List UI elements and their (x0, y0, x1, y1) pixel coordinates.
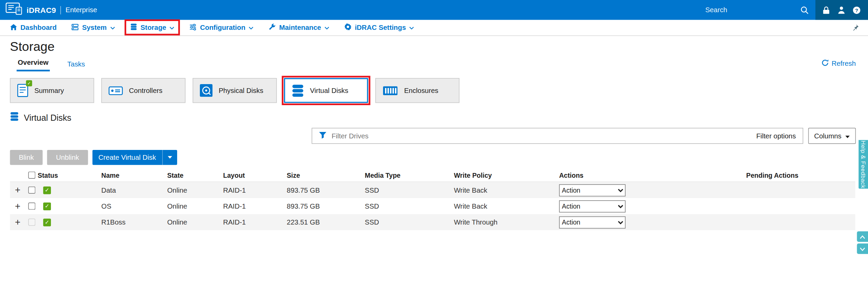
chevron-down-icon (845, 132, 850, 140)
nav-item-label: Storage (140, 24, 166, 32)
gear-icon (344, 23, 352, 32)
tile-enclosures[interactable]: Enclosures (375, 78, 459, 103)
filter-options-link[interactable]: Filter options (756, 132, 796, 140)
search-icon[interactable] (800, 6, 809, 14)
scroll-down-button[interactable] (857, 244, 868, 254)
nav-item-storage[interactable]: Storage (130, 23, 174, 32)
chevron-down-icon (324, 24, 329, 32)
status-ok-icon: ✓ (43, 202, 51, 210)
nav-item-dashboard[interactable]: Dashboard (10, 23, 57, 32)
page-title: Storage (10, 39, 868, 54)
sliders-icon (189, 23, 196, 32)
status-ok-icon: ✓ (43, 186, 51, 194)
row-action-select[interactable]: Action (559, 184, 626, 196)
header-icon-bar: ? (815, 0, 868, 20)
vd-media-type: SSD (365, 186, 454, 194)
vd-media-type: SSD (365, 218, 454, 226)
help-icon[interactable]: ? (852, 6, 861, 14)
vd-write-policy: Write Back (454, 202, 559, 210)
create-virtual-disk-label: Create Virtual Disk (92, 154, 162, 161)
scroll-up-button[interactable] (857, 231, 868, 242)
vd-size: 893.75 GB (287, 202, 365, 210)
row-checkbox (28, 218, 35, 226)
app-header: iDRAC9 Enterprise ? (0, 0, 868, 20)
chevron-down-icon (170, 24, 175, 32)
filter-box: Filter options (312, 128, 803, 144)
col-header-media-type: Media Type (365, 171, 454, 179)
filter-funnel-icon (319, 131, 327, 141)
nav-item-label: Maintenance (279, 24, 321, 32)
table-header-row: Status Name State Layout Size Media Type… (10, 169, 855, 182)
expand-row-button[interactable]: + (15, 201, 20, 211)
refresh-icon (822, 59, 829, 68)
nav-item-idrac-settings[interactable]: iDRAC Settings (344, 23, 414, 32)
virtual-disks-icon (10, 112, 19, 123)
tile-label: Enclosures (404, 86, 438, 94)
vd-state: Online (167, 218, 223, 226)
vd-name: R1Boss (101, 218, 167, 226)
columns-dropdown-button[interactable]: Columns (808, 128, 856, 144)
table-row: + ✓ R1Boss Online RAID-1 223.51 GB SSD W… (10, 214, 855, 230)
main-nav: Dashboard System Storage Configuration M… (0, 20, 868, 36)
col-header-name: Name (101, 171, 167, 179)
vd-action-buttons: Blink Unblink Create Virtual Disk (10, 150, 868, 165)
pin-icon[interactable] (851, 24, 859, 32)
wrench-icon (269, 23, 276, 32)
vd-layout: RAID-1 (223, 202, 287, 210)
controllers-icon (109, 85, 123, 96)
nav-item-configuration[interactable]: Configuration (189, 23, 253, 32)
summary-ok-badge-icon: ✓ (26, 80, 32, 86)
tile-virtual-disks[interactable]: Virtual Disks (284, 78, 368, 103)
storage-tiles: ✓ Summary Controllers Physical Disks (10, 78, 868, 103)
tile-physical-disks[interactable]: Physical Disks (193, 78, 277, 103)
tile-summary[interactable]: ✓ Summary (10, 78, 94, 103)
tab-tasks[interactable]: Tasks (66, 57, 86, 71)
idrac-window: iDRAC9 Enterprise ? Dashboard (0, 0, 868, 289)
vd-write-policy: Write Through (454, 218, 559, 226)
expand-row-button[interactable]: + (15, 217, 20, 227)
unblink-button[interactable]: Unblink (47, 150, 88, 165)
help-feedback-tab[interactable]: Help & Feedback (858, 140, 868, 189)
expand-row-button[interactable]: + (15, 186, 20, 195)
col-header-state: State (167, 171, 223, 179)
chevron-down-icon (249, 24, 254, 32)
status-ok-icon: ✓ (43, 218, 51, 226)
search-input[interactable] (705, 6, 796, 14)
row-action-select[interactable]: Action (559, 216, 626, 228)
enclosures-icon (382, 85, 398, 95)
chevron-down-icon (162, 150, 177, 165)
tile-controllers[interactable]: Controllers (101, 78, 186, 103)
product-edition: Enterprise (65, 6, 97, 14)
filter-row: Filter options Columns (10, 128, 868, 144)
nav-item-label: Dashboard (20, 24, 57, 32)
filter-drives-input[interactable] (332, 132, 751, 140)
chevron-up-icon (860, 232, 865, 240)
chevron-down-icon (860, 245, 865, 253)
nav-item-system[interactable]: System (72, 23, 115, 32)
vd-layout: RAID-1 (223, 186, 287, 194)
section-title: Virtual Disks (24, 113, 71, 122)
vd-write-policy: Write Back (454, 186, 559, 194)
virtual-disks-table: Status Name State Layout Size Media Type… (10, 169, 855, 230)
page-scroll-buttons (857, 231, 868, 254)
vd-state: Online (167, 186, 223, 194)
storage-icon (130, 23, 137, 32)
refresh-label: Refresh (832, 60, 856, 68)
brand: iDRAC9 Enterprise (0, 2, 97, 18)
create-virtual-disk-button[interactable]: Create Virtual Disk (92, 150, 177, 165)
chevron-down-icon (409, 24, 414, 32)
col-header-layout: Layout (223, 171, 287, 179)
lock-icon[interactable] (823, 6, 830, 14)
tab-overview[interactable]: Overview (17, 55, 50, 71)
refresh-link[interactable]: Refresh (822, 59, 856, 72)
row-action-select[interactable]: Action (559, 200, 626, 212)
tile-label: Physical Disks (219, 86, 263, 94)
row-checkbox[interactable] (28, 203, 35, 210)
row-checkbox[interactable] (28, 187, 35, 194)
idrac-logo-icon (5, 2, 22, 18)
table-row: + ✓ OS Online RAID-1 893.75 GB SSD Write… (10, 198, 855, 214)
blink-button[interactable]: Blink (10, 150, 42, 165)
select-all-checkbox[interactable] (28, 172, 35, 179)
nav-item-maintenance[interactable]: Maintenance (269, 23, 329, 32)
user-icon[interactable] (837, 6, 845, 14)
